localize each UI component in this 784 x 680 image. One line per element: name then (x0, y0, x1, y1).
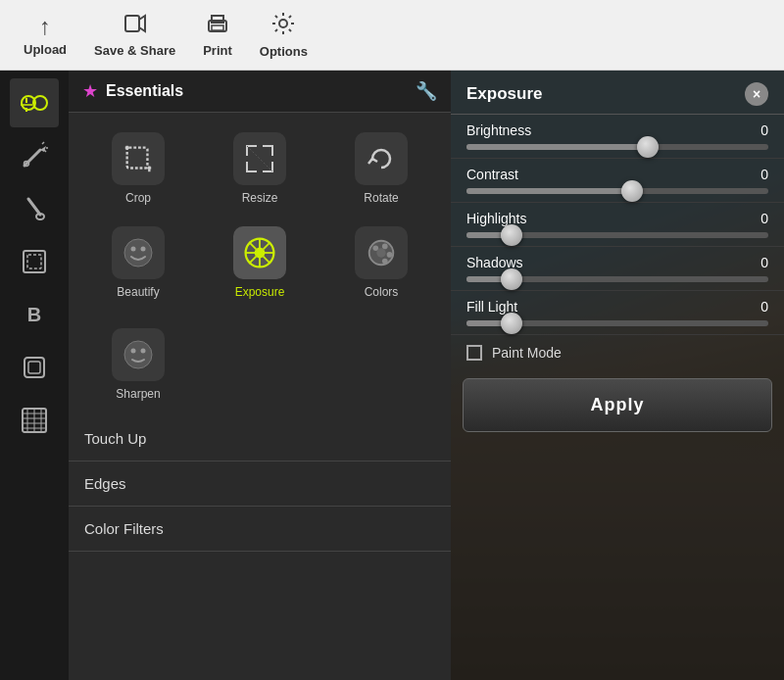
brightness-track[interactable] (466, 144, 768, 150)
shadows-thumb[interactable] (501, 268, 522, 290)
contrast-fill (466, 188, 632, 194)
contrast-thumb[interactable] (621, 180, 643, 202)
svg-line-44 (249, 242, 256, 249)
upload-icon: ↑ (39, 13, 51, 40)
exposure-icon-box (233, 226, 286, 279)
right-panel: Exposure × Brightness 0 Contrast 0 (451, 71, 784, 680)
wrench-icon[interactable]: 🔧 (416, 80, 437, 102)
tool-resize[interactable]: Resize (200, 122, 319, 215)
exposure-header: Exposure × (451, 71, 784, 115)
svg-point-52 (387, 252, 393, 258)
brightness-thumb[interactable] (637, 136, 659, 158)
options-icon (270, 11, 296, 42)
tool-colors[interactable]: Colors (321, 217, 441, 309)
svg-point-38 (141, 247, 146, 252)
essentials-title: Essentials (106, 82, 183, 100)
svg-point-17 (36, 214, 44, 219)
rotate-icon-box (355, 132, 408, 185)
sidebar-icon-frame[interactable] (10, 237, 59, 286)
brightness-value: 0 (760, 122, 768, 138)
brightness-fill (466, 144, 648, 150)
highlights-value: 0 (760, 211, 768, 226)
fill-light-thumb[interactable] (501, 313, 522, 334)
highlights-track[interactable] (466, 232, 768, 238)
svg-line-46 (264, 242, 270, 249)
shadows-track[interactable] (466, 276, 768, 282)
svg-point-4 (279, 20, 287, 27)
section-color-filters[interactable]: Color Filters (69, 507, 451, 552)
section-touch-up[interactable]: Touch Up (69, 416, 451, 461)
brightness-label: Brightness (466, 122, 531, 138)
svg-rect-21 (28, 362, 40, 373)
svg-rect-3 (212, 25, 223, 30)
svg-line-14 (44, 150, 46, 152)
section-edges[interactable]: Edges (69, 461, 451, 507)
paint-mode-row: Paint Mode (451, 335, 784, 370)
svg-point-51 (382, 244, 388, 250)
save-share-label: Save & Share (94, 43, 175, 58)
colors-icon-box (355, 226, 408, 279)
svg-rect-19 (27, 255, 41, 268)
contrast-track[interactable] (466, 188, 768, 194)
highlights-thumb[interactable] (501, 224, 522, 246)
svg-point-36 (124, 239, 152, 267)
apply-button[interactable]: Apply (463, 378, 772, 432)
sidebar-icon-layers[interactable] (10, 78, 59, 127)
sidebar-icon-text[interactable]: B (10, 290, 59, 339)
svg-rect-0 (125, 16, 139, 31)
svg-point-53 (382, 259, 388, 265)
sharpen-label: Sharpen (116, 387, 160, 401)
tool-exposure[interactable]: Exposure (200, 217, 319, 309)
exposure-label: Exposure (235, 285, 285, 299)
svg-line-47 (249, 257, 256, 264)
options-button[interactable]: Options (246, 5, 321, 65)
print-button[interactable]: Print (189, 6, 246, 64)
svg-line-35 (247, 146, 272, 171)
contrast-value: 0 (760, 167, 768, 182)
tool-sharpen[interactable]: Sharpen (78, 318, 198, 411)
contrast-row: Contrast 0 (451, 159, 784, 203)
sidebar-icon-box[interactable] (10, 343, 59, 392)
sidebar: B (0, 71, 69, 680)
options-label: Options (260, 44, 308, 59)
highlights-label: Highlights (466, 211, 526, 226)
fill-light-row: Fill Light 0 (451, 291, 784, 335)
essentials-header: ★ Essentials 🔧 (69, 71, 451, 113)
paint-mode-checkbox[interactable] (466, 345, 482, 361)
svg-point-54 (376, 248, 385, 257)
close-button[interactable]: × (745, 82, 768, 106)
upload-label: Upload (24, 42, 67, 57)
center-panel: ★ Essentials 🔧 Crop (69, 71, 451, 680)
paint-mode-label: Paint Mode (492, 345, 562, 361)
highlights-row: Highlights 0 (451, 203, 784, 247)
resize-icon-box (233, 132, 286, 185)
tools-grid: Crop Resize (69, 113, 451, 318)
svg-point-57 (141, 349, 146, 354)
save-share-icon (122, 12, 148, 41)
beautify-icon-box (112, 226, 165, 279)
sidebar-icon-wand[interactable] (10, 131, 59, 180)
fill-light-value: 0 (760, 299, 768, 315)
fill-light-track[interactable] (466, 320, 768, 326)
tool-crop[interactable]: Crop (78, 122, 198, 215)
svg-line-45 (264, 257, 270, 264)
svg-point-48 (255, 248, 266, 259)
crop-label: Crop (125, 191, 151, 205)
exposure-panel: Exposure × Brightness 0 Contrast 0 (451, 71, 784, 680)
main-area: B ★ Essentials 🔧 (0, 71, 784, 680)
upload-button[interactable]: ↑ Upload (10, 7, 80, 63)
rotate-label: Rotate (364, 191, 398, 205)
svg-line-16 (28, 199, 40, 215)
shadows-value: 0 (760, 255, 768, 270)
svg-point-55 (124, 341, 152, 368)
tool-beautify[interactable]: Beautify (78, 217, 198, 309)
save-share-button[interactable]: Save & Share (80, 6, 189, 64)
crop-icon-box (112, 132, 165, 185)
svg-line-12 (42, 142, 44, 144)
sidebar-icon-brush[interactable] (10, 184, 59, 233)
sidebar-icon-pattern[interactable] (10, 396, 59, 445)
svg-line-10 (24, 150, 40, 166)
svg-point-56 (131, 349, 136, 354)
tools-grid-row2: Sharpen (69, 318, 451, 416)
tool-rotate[interactable]: Rotate (321, 122, 441, 215)
